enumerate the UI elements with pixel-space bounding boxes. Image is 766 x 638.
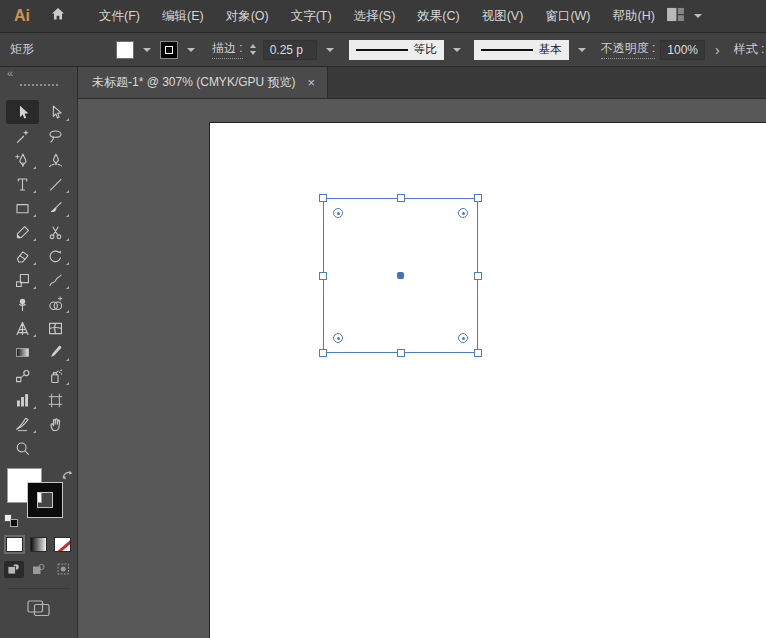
swap-fill-stroke-button[interactable] — [61, 467, 74, 485]
stroke-width-stepper[interactable] — [248, 44, 258, 55]
live-corner-widget-bottom-right[interactable] — [458, 333, 468, 343]
tool-rectangle[interactable] — [6, 196, 39, 220]
menu-item-1[interactable]: 文件(F) — [88, 0, 151, 32]
width-profile-dropdown-button[interactable] — [449, 40, 465, 60]
menu-item-7[interactable]: 视图(V) — [471, 0, 535, 32]
selection-handle-middle-left[interactable] — [319, 272, 327, 280]
step-up-icon — [250, 44, 256, 48]
tool-mesh[interactable] — [39, 316, 72, 340]
default-colors-button[interactable] — [4, 514, 18, 527]
workspace-switcher[interactable] — [666, 7, 766, 26]
change-screen-mode-button[interactable] — [8, 588, 70, 621]
menu-item-2[interactable]: 编辑(E) — [151, 0, 215, 32]
panel-drag-handle[interactable] — [19, 83, 59, 87]
selected-rectangle[interactable] — [323, 198, 478, 353]
none-button[interactable] — [54, 537, 71, 552]
selection-handle-bottom-left[interactable] — [319, 349, 327, 357]
stroke-width-field[interactable]: 0.25 p — [263, 40, 317, 60]
menu-item-6[interactable]: 效果(C) — [406, 0, 470, 32]
live-corner-widget-top-right[interactable] — [458, 208, 468, 218]
width-profile-select[interactable]: 等比 — [349, 40, 444, 60]
home-icon — [50, 6, 66, 26]
fill-swatch[interactable] — [116, 41, 134, 59]
tool-eraser[interactable] — [6, 244, 39, 268]
stroke-width-dropdown-button[interactable] — [322, 40, 338, 60]
tool-scale[interactable] — [6, 268, 39, 292]
selection-handle-top-middle[interactable] — [397, 194, 405, 202]
type-tool-icon — [14, 176, 31, 193]
stroke-swatch[interactable] — [160, 41, 178, 59]
menu-item-8[interactable]: 窗口(W) — [534, 0, 601, 32]
draw-normal-button[interactable] — [4, 561, 24, 578]
tool-column-graph[interactable] — [6, 388, 39, 412]
collapse-panel-button[interactable]: « — [7, 67, 11, 79]
tool-blend[interactable] — [6, 364, 39, 388]
tool-artboard[interactable] — [39, 388, 72, 412]
draw-inside-button[interactable] — [54, 561, 74, 578]
tool-shape-builder[interactable] — [39, 292, 72, 316]
stroke-dropdown-button[interactable] — [183, 40, 199, 60]
center-point[interactable] — [397, 272, 404, 279]
tool-symbol-sprayer[interactable] — [39, 364, 72, 388]
selection-handle-bottom-right[interactable] — [474, 349, 482, 357]
menu-item-5[interactable]: 选择(S) — [343, 0, 407, 32]
tool-rotate[interactable] — [39, 244, 72, 268]
tool-pen[interactable] — [6, 148, 39, 172]
canvas-pasteboard[interactable] — [78, 99, 766, 638]
flyout-indicator-icon — [66, 286, 69, 289]
hand-tool-icon — [47, 416, 64, 433]
stroke-color-proxy[interactable] — [28, 483, 62, 517]
tool-puppet-warp[interactable] — [6, 292, 39, 316]
artboard[interactable] — [210, 123, 766, 638]
opacity-panel-link[interactable]: 不透明度 : — [601, 40, 656, 59]
home-button[interactable] — [40, 0, 76, 32]
color-button[interactable] — [6, 537, 23, 552]
tool-paintbrush[interactable] — [39, 196, 72, 220]
fill-dropdown-button[interactable] — [139, 40, 155, 60]
chevron-down-icon — [187, 48, 195, 52]
selection-handle-top-right[interactable] — [474, 194, 482, 202]
draw-inside-icon — [57, 561, 70, 579]
brush-definition-select[interactable]: 基本 — [474, 40, 569, 60]
tool-direct-selection[interactable] — [39, 100, 72, 124]
tool-perspective-grid[interactable] — [6, 316, 39, 340]
tool-scissors[interactable] — [39, 220, 72, 244]
opacity-expand-button[interactable]: › — [710, 42, 725, 58]
tool-selection[interactable] — [6, 100, 39, 124]
brush-dropdown-button[interactable] — [574, 40, 590, 60]
tool-gradient[interactable] — [6, 340, 39, 364]
menu-item-9[interactable]: 帮助(H) — [602, 0, 666, 32]
shaper-tool-icon — [14, 224, 31, 241]
tool-line-segment[interactable] — [39, 172, 72, 196]
menu-item-3[interactable]: 对象(O) — [215, 0, 280, 32]
selection-handle-top-left[interactable] — [319, 194, 327, 202]
document-tab[interactable]: 未标题-1* @ 307% (CMYK/GPU 预览) × — [78, 67, 328, 98]
opacity-field[interactable]: 100% — [660, 40, 705, 60]
close-icon[interactable]: × — [308, 76, 316, 89]
tool-zoom[interactable] — [6, 436, 39, 460]
menu-item-4[interactable]: 文字(T) — [280, 0, 343, 32]
tool-magic-wand[interactable] — [6, 124, 39, 148]
control-bar: 矩形 描边 : 0.25 p 等比 基本 不透明度 : 100% › 样式 : — [0, 33, 766, 67]
tool-curvature[interactable] — [39, 148, 72, 172]
tool-hand[interactable] — [39, 412, 72, 436]
tool-lasso[interactable] — [39, 124, 72, 148]
stroke-panel-link[interactable]: 描边 : — [212, 40, 243, 59]
tool-slice[interactable] — [6, 412, 39, 436]
flyout-indicator-icon — [33, 286, 36, 289]
tool-shaper[interactable] — [6, 220, 39, 244]
live-corner-widget-bottom-left[interactable] — [333, 333, 343, 343]
flyout-indicator-icon — [33, 190, 36, 193]
selection-handle-middle-right[interactable] — [474, 272, 482, 280]
tool-free-transform[interactable] — [39, 268, 72, 292]
tool-eyedropper[interactable] — [39, 340, 72, 364]
gradient-button[interactable] — [30, 537, 47, 552]
selection-handle-bottom-middle[interactable] — [397, 349, 405, 357]
tool-type[interactable] — [6, 172, 39, 196]
draw-behind-button[interactable] — [29, 561, 49, 578]
live-corner-widget-top-left[interactable] — [333, 208, 343, 218]
tools-panel-header: « — [0, 67, 77, 100]
blend-tool-icon — [14, 368, 31, 385]
draw-behind-icon — [32, 561, 45, 579]
magic-wand-tool-icon — [14, 128, 31, 145]
